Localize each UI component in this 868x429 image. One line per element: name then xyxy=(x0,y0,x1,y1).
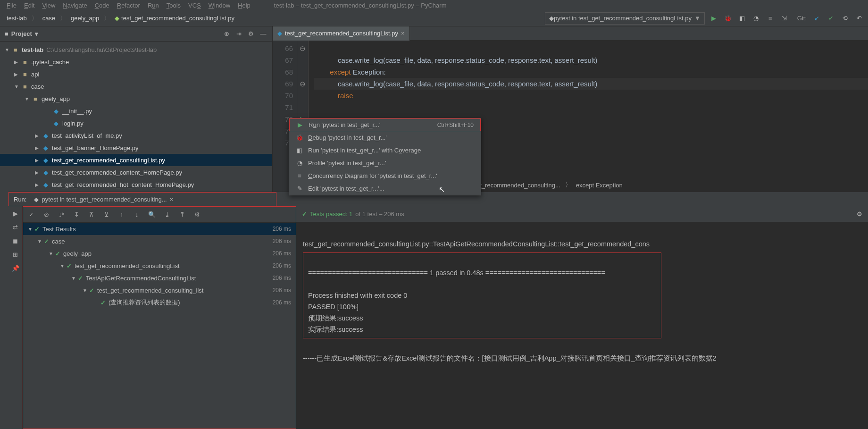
run-icon[interactable]: ▶ xyxy=(709,14,718,23)
concurrency-icon: ≡ xyxy=(296,172,303,179)
console-line: ============================== 1 passed … xyxy=(308,269,605,277)
line-number: 69 xyxy=(273,78,293,90)
stop-icon[interactable]: ◼ xyxy=(13,237,18,244)
show-ignored-icon[interactable]: ⊘ xyxy=(42,210,50,219)
console-output[interactable]: test_get_recommended_consultingList.py::… xyxy=(296,222,868,429)
close-icon[interactable]: × xyxy=(401,30,405,37)
sort-icon[interactable]: ↓ᵃ xyxy=(57,210,66,219)
test-label: geely_app xyxy=(63,250,92,257)
layout-icon[interactable]: ⊞ xyxy=(13,251,18,258)
tree-hot[interactable]: ▶◆test_get_recommended_hot_content_HomeP… xyxy=(0,178,272,191)
breadcrumb-case[interactable]: case xyxy=(39,13,59,24)
git-history-icon[interactable]: ⟲ xyxy=(841,14,849,23)
tree-content[interactable]: ▶◆test_get_recommended_content_HomePage.… xyxy=(0,166,272,178)
coverage-icon[interactable]: ◧ xyxy=(738,14,746,23)
menu-tools[interactable]: Tools xyxy=(164,1,184,10)
tree-pycache[interactable]: ▶■.pytest_cache xyxy=(0,56,272,68)
run-tab-label: pytest in test_get_recommended_consultin… xyxy=(42,196,167,203)
collapse-icon[interactable]: ⇥ xyxy=(234,30,243,38)
test-class[interactable]: ▼✓TestApiGetRecommendedConsultingList206… xyxy=(23,272,296,284)
menu-help[interactable]: Help xyxy=(235,1,253,10)
tree-label: test-lab xyxy=(22,46,43,53)
close-icon[interactable]: × xyxy=(170,196,174,203)
debug-icon[interactable]: 🐞 xyxy=(724,14,732,23)
test-time: 206 ms xyxy=(273,262,291,269)
menu-edit[interactable]: Edit xyxy=(21,1,37,10)
test-case[interactable]: ▼✓case206 ms xyxy=(23,235,296,247)
tree-init[interactable]: ◆__init__.py xyxy=(0,105,272,117)
tree-root[interactable]: ▼■test-labC:\Users\liangshu.hu\GitProjec… xyxy=(0,43,272,56)
editor-crumb-1[interactable]: et_recommended_consulting... xyxy=(476,182,560,189)
tree-consulting-selected[interactable]: ▶◆test_get_recommended_consultingList.py xyxy=(0,154,272,166)
tree-case[interactable]: ▼■case xyxy=(0,80,272,93)
test-root[interactable]: ▼✓Test Results206 ms xyxy=(23,223,296,235)
context-debug[interactable]: 🐞 Debug 'pytest in test_get_r...' xyxy=(289,131,481,144)
tree-banner[interactable]: ▶◆test_get_banner_HomePage.py xyxy=(0,142,272,154)
run-label: Run: xyxy=(14,196,26,203)
history-icon[interactable]: 🔍 xyxy=(148,210,156,219)
python-file-icon: ◆ xyxy=(52,108,60,115)
git-commit-icon[interactable]: ✓ xyxy=(826,14,835,23)
test-label: TestApiGetRecommendedConsultingList xyxy=(86,275,196,282)
fold-icon[interactable]: ⊖ xyxy=(297,78,308,90)
folder-icon: ■ xyxy=(21,83,29,90)
run-config-selector[interactable]: ◆ pytest in test_get_recommended_consult… xyxy=(545,12,705,25)
show-passed-icon[interactable]: ✓ xyxy=(27,210,35,219)
menu-refactor[interactable]: Refactor xyxy=(114,1,143,10)
breadcrumb-geely[interactable]: geely_app xyxy=(67,13,103,24)
import-icon[interactable]: ⤓ xyxy=(163,210,171,219)
locate-icon[interactable]: ⊕ xyxy=(222,30,231,38)
tree-api[interactable]: ▶■api xyxy=(0,68,272,80)
context-run[interactable]: ▶ Run 'pytest in test_get_r...' Ctrl+Shi… xyxy=(289,118,481,131)
rerun-icon[interactable]: ▶ xyxy=(13,210,18,217)
collapse-icon[interactable]: ⊻ xyxy=(102,210,111,219)
next-icon[interactable]: ↓ xyxy=(133,210,141,219)
tree-label: login.py xyxy=(62,120,83,127)
test-method[interactable]: ▼✓test_get_recommended_consulting_list20… xyxy=(23,284,296,296)
profile-icon[interactable]: ◔ xyxy=(752,14,760,23)
context-concurrency[interactable]: ≡ Concurrency Diagram for 'pytest in tes… xyxy=(289,169,481,182)
sort-duration-icon[interactable]: ↧ xyxy=(72,210,81,219)
prev-icon[interactable]: ↑ xyxy=(117,210,126,219)
test-geely[interactable]: ▼✓geely_app206 ms xyxy=(23,247,296,260)
tree-login[interactable]: ◆login.py xyxy=(0,117,272,129)
breadcrumb-file[interactable]: ◆test_get_recommended_consultingList.py xyxy=(111,13,238,24)
python-file-icon: ◆ xyxy=(115,15,119,22)
context-profile[interactable]: ◔ Profile 'pytest in test_get_r...' xyxy=(289,157,481,169)
export-icon[interactable]: ⤒ xyxy=(178,210,186,219)
console-panel: ✓ Tests passed: 1 of 1 test – 206 ms ⚙ t… xyxy=(296,206,868,429)
hide-icon[interactable]: — xyxy=(259,30,267,38)
test-module[interactable]: ▼✓test_get_recommended_consultingList206… xyxy=(23,260,296,272)
breadcrumb-root[interactable]: test-lab xyxy=(3,13,31,24)
tree-label: __init__.py xyxy=(62,108,92,115)
run-tab[interactable]: ◆ pytest in test_get_recommended_consult… xyxy=(30,195,177,204)
run-toolbar: ✓ ⊘ ↓ᵃ ↧ ⊼ ⊻ ↑ ↓ 🔍 ⤓ ⤒ ⚙ xyxy=(23,207,296,223)
context-edit[interactable]: ✎ Edit 'pytest in test_get_r...'... xyxy=(289,182,481,195)
settings-icon[interactable]: ⚙ xyxy=(193,210,201,219)
menu-file[interactable]: File xyxy=(4,1,19,10)
menu-code[interactable]: Code xyxy=(92,1,112,10)
menu-vcs[interactable]: VCS xyxy=(185,1,204,10)
test-desc[interactable]: ✓(查询推荐资讯列表的数据)206 ms xyxy=(23,296,296,309)
tree-geely[interactable]: ▼■geely_app xyxy=(0,93,272,105)
git-update-icon[interactable]: ↙ xyxy=(812,14,821,23)
pin-icon[interactable]: 📌 xyxy=(12,265,19,272)
editor-tab[interactable]: ◆ test_get_recommended_consultingList.py… xyxy=(273,26,410,41)
settings-icon[interactable]: ⚙ xyxy=(857,210,862,218)
test-time: 206 ms xyxy=(273,226,291,232)
editor-crumb-2[interactable]: except Exception xyxy=(576,182,623,189)
expand-icon[interactable]: ⊼ xyxy=(87,210,96,219)
menu-navigate[interactable]: Navigate xyxy=(60,1,90,10)
menu-view[interactable]: View xyxy=(39,1,58,10)
tree-activity[interactable]: ▶◆test_activityList_of_me.py xyxy=(0,129,272,142)
menu-window[interactable]: Window xyxy=(206,1,233,10)
project-tab[interactable]: ■ Project ▾ xyxy=(5,30,38,37)
attach-icon[interactable]: ⇲ xyxy=(780,14,789,23)
menu-run[interactable]: Run xyxy=(145,1,162,10)
settings-icon[interactable]: ⚙ xyxy=(247,30,255,38)
toggle-icon[interactable]: ⇄ xyxy=(13,224,18,231)
fold-icon[interactable]: ⊖ xyxy=(297,42,308,54)
context-coverage[interactable]: ◧ Run 'pytest in test_get_r...' with Cov… xyxy=(289,144,481,157)
git-revert-icon[interactable]: ↶ xyxy=(855,14,863,23)
concurrency-icon[interactable]: ≡ xyxy=(766,14,775,23)
